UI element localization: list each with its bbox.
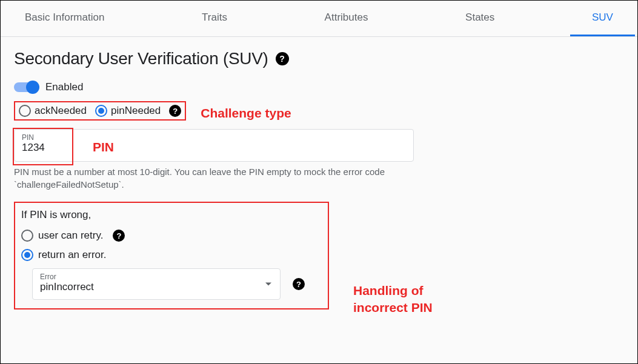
tab-suv[interactable]: SUV — [570, 1, 635, 36]
radio-pin-needed[interactable] — [95, 105, 107, 117]
help-icon[interactable]: ? — [113, 230, 125, 242]
incorrect-pin-prompt: If PIN is wrong, — [21, 209, 322, 221]
pin-helper-text: PIN must be a number at most 10-digit. Y… — [14, 165, 414, 191]
radio-user-retry[interactable] — [21, 230, 33, 242]
help-icon[interactable]: ? — [293, 278, 305, 290]
enabled-toggle-label: Enabled — [45, 81, 83, 93]
radio-ack-needed-label: ackNeeded — [35, 105, 87, 117]
radio-pin-needed-label: pinNeeded — [111, 105, 161, 117]
error-select[interactable]: Error pinIncorrect — [32, 268, 281, 300]
radio-ack-needed[interactable] — [19, 105, 31, 117]
tab-states[interactable]: States — [444, 1, 516, 36]
help-icon[interactable]: ? — [276, 52, 289, 65]
tab-attributes[interactable]: Attributes — [303, 1, 390, 36]
chevron-down-icon — [265, 283, 271, 286]
annotation-challenge-type: Challenge type — [201, 106, 291, 121]
radio-inner-dot — [98, 108, 104, 114]
toggle-thumb — [26, 81, 39, 94]
pin-input-value: 1234 — [22, 142, 45, 153]
tab-basic-information[interactable]: Basic Information — [3, 1, 126, 36]
challenge-type-radio-group: ackNeeded pinNeeded ? — [14, 101, 186, 121]
pin-input[interactable]: PIN 1234 — [14, 129, 414, 162]
enabled-toggle[interactable] — [14, 81, 39, 94]
error-select-value: pinIncorrect — [40, 281, 94, 293]
page-title: Secondary User Verification (SUV) — [14, 49, 268, 68]
help-icon[interactable]: ? — [169, 105, 181, 117]
radio-return-error[interactable] — [21, 249, 33, 261]
radio-return-error-label: return an error. — [38, 249, 106, 261]
pin-input-label: PIN — [22, 133, 34, 142]
incorrect-pin-section: If PIN is wrong, user can retry. ? retur… — [14, 202, 329, 309]
annotation-pin: PIN — [93, 140, 114, 154]
tab-traits[interactable]: Traits — [180, 1, 249, 36]
radio-user-retry-label: user can retry. — [38, 230, 103, 242]
annotation-incorrect-pin: Handling of incorrect PIN — [353, 282, 433, 317]
radio-inner-dot — [24, 252, 30, 258]
error-select-label: Error — [40, 273, 56, 281]
